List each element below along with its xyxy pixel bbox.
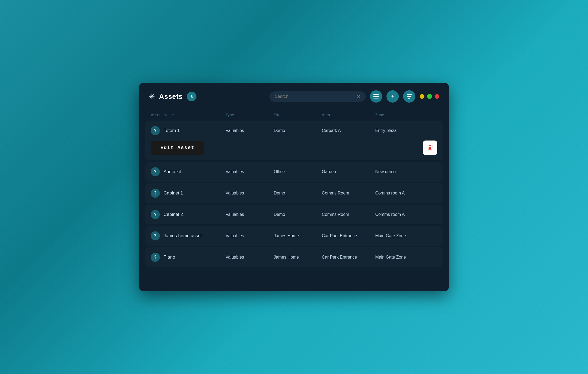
site-cell: Demo <box>274 191 322 196</box>
add-asset-button[interactable]: + <box>386 90 399 103</box>
main-window: ✳ Assets 6 ✕ + <box>139 83 449 291</box>
asset-name-label: Piano <box>164 255 175 260</box>
site-cell: Demo <box>274 128 322 133</box>
type-cell: Valuables <box>226 233 274 238</box>
type-cell: Valuables <box>226 128 274 133</box>
asset-name-cell: ? Piano <box>151 253 226 262</box>
zone-cell: Main Gate Zone <box>375 233 423 238</box>
minimize-button[interactable] <box>420 94 424 99</box>
zone-cell: New demo <box>375 169 423 174</box>
col-assets-name: Assets Name <box>151 113 226 117</box>
site-cell: Demo <box>274 212 322 217</box>
logo-icon: ✳ <box>149 92 155 101</box>
table-row[interactable]: ? Cabinet 2 Valuables Demo Comms Room Co… <box>145 205 443 224</box>
add-icon: + <box>391 94 394 99</box>
zone-cell: Main Gate Zone <box>375 255 423 260</box>
close-button[interactable] <box>435 94 439 99</box>
asset-name-label: Cabinet 2 <box>164 212 183 217</box>
area-cell: Garden <box>322 169 375 174</box>
area-cell: Comms Room <box>322 212 375 217</box>
zone-cell: Comms room A <box>375 191 423 196</box>
table-header: Assets Name Type Site Area Zone <box>145 110 443 120</box>
asset-name-label: Audio kit <box>164 169 181 174</box>
row-main-jameshome: ? James home asset Valuables James Home … <box>145 226 443 246</box>
col-site: Site <box>274 113 322 117</box>
asset-icon-piano: ? <box>151 253 160 262</box>
asset-name-cell: ? James home asset <box>151 231 226 240</box>
asset-name-cell: ? Cabinet 1 <box>151 189 226 198</box>
zone-cell: Comms room A <box>375 212 423 217</box>
svg-rect-2 <box>373 98 379 99</box>
row-expanded-totem1: Edit Asset <box>145 141 443 160</box>
window-controls <box>420 94 439 99</box>
svg-rect-1 <box>373 96 379 97</box>
area-cell: Car Park Entrance <box>322 255 375 260</box>
list-view-button[interactable] <box>370 90 382 103</box>
col-type: Type <box>226 113 274 117</box>
asset-name-cell: ? Totem 1 <box>151 126 226 135</box>
type-cell: Valuables <box>226 191 274 196</box>
area-cell: Car Park Entrance <box>322 233 375 238</box>
site-cell: James Home <box>274 255 322 260</box>
asset-name-label: James home asset <box>164 233 202 239</box>
asset-name-label: Cabinet 1 <box>164 190 183 196</box>
table-row[interactable]: ? Audio kit Valuables Office Garden New … <box>145 162 443 182</box>
asset-count-badge: 6 <box>187 92 196 101</box>
asset-name-cell: ? Cabinet 2 <box>151 210 226 219</box>
trash-icon <box>427 145 433 151</box>
type-cell: Valuables <box>226 169 274 174</box>
site-cell: James Home <box>274 233 322 238</box>
asset-name-cell: ? Audio kit <box>151 167 226 176</box>
table-row[interactable]: ? James home asset Valuables James Home … <box>145 226 443 246</box>
area-cell: Carpark A <box>322 128 375 133</box>
svg-rect-0 <box>373 94 379 95</box>
edit-asset-button[interactable]: Edit Asset <box>151 141 204 155</box>
list-icon <box>373 94 379 99</box>
asset-icon-audiokit: ? <box>151 167 160 176</box>
search-bar: ✕ <box>269 91 366 102</box>
col-area: Area <box>322 113 375 117</box>
search-clear-icon[interactable]: ✕ <box>357 94 360 99</box>
asset-name-label: Totem 1 <box>164 128 180 133</box>
row-main-audiokit: ? Audio kit Valuables Office Garden New … <box>145 162 443 182</box>
table-row[interactable]: ? Totem 1 Valuables Demo Carpark A Entry… <box>145 121 443 160</box>
zone-cell: Entry plaza <box>375 128 423 133</box>
maximize-button[interactable] <box>427 94 432 99</box>
app-title: Assets <box>159 92 183 101</box>
type-cell: Valuables <box>226 212 274 217</box>
row-main-cabinet1: ? Cabinet 1 Valuables Demo Comms Room Co… <box>145 183 443 203</box>
delete-asset-button[interactable] <box>423 141 437 155</box>
filter-button[interactable] <box>403 90 415 103</box>
search-input[interactable] <box>275 94 354 99</box>
asset-icon-totem1: ? <box>151 126 160 135</box>
filter-icon <box>407 94 412 99</box>
area-cell: Comms Room <box>322 191 375 196</box>
asset-icon-jameshome: ? <box>151 231 160 240</box>
asset-icon-cabinet2: ? <box>151 210 160 219</box>
row-main-totem1: ? Totem 1 Valuables Demo Carpark A Entry… <box>145 121 443 141</box>
row-main-cabinet2: ? Cabinet 2 Valuables Demo Comms Room Co… <box>145 205 443 224</box>
col-zone: Zone <box>375 113 423 117</box>
header: ✳ Assets 6 ✕ + <box>139 83 449 110</box>
table-row[interactable]: ? Cabinet 1 Valuables Demo Comms Room Co… <box>145 183 443 203</box>
site-cell: Office <box>274 169 322 174</box>
table-row[interactable]: ? Piano Valuables James Home Car Park En… <box>145 247 443 267</box>
row-main-piano: ? Piano Valuables James Home Car Park En… <box>145 247 443 267</box>
type-cell: Valuables <box>226 255 274 260</box>
assets-table: Assets Name Type Site Area Zone ? Totem … <box>139 110 449 275</box>
asset-icon-cabinet1: ? <box>151 189 160 198</box>
